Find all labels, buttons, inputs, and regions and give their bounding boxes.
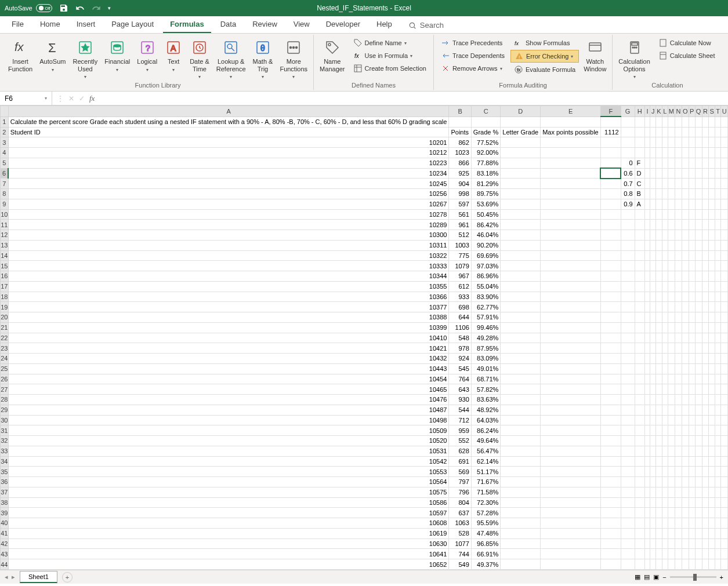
cell-O34[interactable] xyxy=(682,456,689,467)
cell-P41[interactable] xyxy=(689,528,695,538)
cell-D39[interactable] xyxy=(501,508,541,518)
cell-O15[interactable] xyxy=(682,261,689,271)
cell-D1[interactable] xyxy=(501,117,541,127)
cell-H40[interactable] xyxy=(635,518,644,529)
cell-P19[interactable] xyxy=(689,302,695,312)
cell-G11[interactable] xyxy=(621,220,635,230)
cell-A11[interactable]: 10289 xyxy=(8,220,449,230)
cell-Q31[interactable] xyxy=(695,425,702,436)
cell-Q34[interactable] xyxy=(695,456,702,467)
cell-L42[interactable] xyxy=(662,538,668,549)
col-header-Q[interactable]: Q xyxy=(695,106,702,117)
cell-B14[interactable]: 775 xyxy=(449,250,471,261)
row-header-43[interactable]: 43 xyxy=(1,549,9,559)
cell-H23[interactable] xyxy=(635,343,644,354)
row-header-12[interactable]: 12 xyxy=(1,230,9,241)
cell-E42[interactable] xyxy=(541,538,601,549)
row-header-40[interactable]: 40 xyxy=(1,518,9,529)
cell-O29[interactable] xyxy=(682,405,689,415)
cell-N21[interactable] xyxy=(675,322,682,333)
cell-S2[interactable] xyxy=(709,127,715,137)
cell-Q12[interactable] xyxy=(695,230,702,241)
cell-C24[interactable]: 83.09% xyxy=(471,354,501,364)
cell-T17[interactable] xyxy=(715,281,721,292)
cell-T40[interactable] xyxy=(715,518,721,529)
cell-T41[interactable] xyxy=(715,528,721,538)
cell-T2[interactable] xyxy=(715,127,721,137)
cell-E8[interactable] xyxy=(541,189,601,199)
cell-Q2[interactable] xyxy=(695,127,702,137)
cell-T9[interactable] xyxy=(715,199,721,209)
cell-Q14[interactable] xyxy=(695,250,702,261)
cell-E15[interactable] xyxy=(541,261,601,271)
cell-J17[interactable] xyxy=(650,281,656,292)
cell-P17[interactable] xyxy=(689,281,695,292)
cell-S31[interactable] xyxy=(709,425,715,436)
cell-U42[interactable] xyxy=(721,538,728,549)
cell-B3[interactable]: 862 xyxy=(449,137,471,148)
cell-I38[interactable] xyxy=(644,497,650,508)
cell-B4[interactable]: 1023 xyxy=(449,148,471,158)
cell-B31[interactable]: 959 xyxy=(449,425,471,436)
cell-D5[interactable] xyxy=(501,158,541,168)
cell-L32[interactable] xyxy=(662,436,668,446)
cell-L43[interactable] xyxy=(662,549,668,559)
cell-R40[interactable] xyxy=(702,518,708,529)
cell-N12[interactable] xyxy=(675,230,682,241)
row-header-8[interactable]: 8 xyxy=(1,189,9,199)
cell-N18[interactable] xyxy=(675,292,682,302)
cell-D14[interactable] xyxy=(501,250,541,261)
cell-K4[interactable] xyxy=(655,148,662,158)
cell-B21[interactable]: 1106 xyxy=(449,322,471,333)
cell-H39[interactable] xyxy=(635,508,644,518)
cell-A43[interactable]: 10641 xyxy=(8,549,449,559)
trace-dependents-button[interactable]: Trace Dependents xyxy=(437,50,508,61)
cell-P26[interactable] xyxy=(689,374,695,384)
row-header-28[interactable]: 28 xyxy=(1,395,9,405)
cell-Q32[interactable] xyxy=(695,436,702,446)
cell-F13[interactable] xyxy=(600,240,621,250)
cell-S37[interactable] xyxy=(709,487,715,497)
cell-D12[interactable] xyxy=(501,230,541,241)
cell-A10[interactable]: 10278 xyxy=(8,209,449,220)
cell-D10[interactable] xyxy=(501,209,541,220)
cell-F17[interactable] xyxy=(600,281,621,292)
cell-R39[interactable] xyxy=(702,508,708,518)
col-header-O[interactable]: O xyxy=(682,106,689,117)
row-header-36[interactable]: 36 xyxy=(1,477,9,487)
cell-U44[interactable] xyxy=(721,559,728,570)
cell-F37[interactable] xyxy=(600,487,621,497)
row-header-35[interactable]: 35 xyxy=(1,467,9,477)
cell-G7[interactable]: 0.7 xyxy=(621,179,635,189)
cell-F29[interactable] xyxy=(600,405,621,415)
cell-P22[interactable] xyxy=(689,333,695,343)
cell-H22[interactable] xyxy=(635,333,644,343)
logical-button[interactable]: ? Logical▾ xyxy=(135,37,160,74)
calculate-now-button[interactable]: Calculate Now xyxy=(655,37,719,49)
cell-O40[interactable] xyxy=(682,518,689,529)
cell-R32[interactable] xyxy=(702,436,708,446)
cell-D3[interactable] xyxy=(501,137,541,148)
cell-F7[interactable] xyxy=(600,179,621,189)
cell-I33[interactable] xyxy=(644,446,650,456)
cell-B19[interactable]: 698 xyxy=(449,302,471,312)
cell-T1[interactable] xyxy=(715,117,721,127)
cell-S20[interactable] xyxy=(709,312,715,323)
cell-I27[interactable] xyxy=(644,384,650,395)
cell-C43[interactable]: 66.91% xyxy=(471,549,501,559)
cell-A40[interactable]: 10608 xyxy=(8,518,449,529)
cell-A35[interactable]: 10553 xyxy=(8,467,449,477)
cell-C10[interactable]: 50.45% xyxy=(471,209,501,220)
cell-Q25[interactable] xyxy=(695,363,702,374)
cell-S14[interactable] xyxy=(709,250,715,261)
cell-T39[interactable] xyxy=(715,508,721,518)
cell-F20[interactable] xyxy=(600,312,621,323)
cell-D13[interactable] xyxy=(501,240,541,250)
cell-J40[interactable] xyxy=(650,518,656,529)
cell-P16[interactable] xyxy=(689,271,695,282)
cell-D40[interactable] xyxy=(501,518,541,529)
cell-E37[interactable] xyxy=(541,487,601,497)
cell-F36[interactable] xyxy=(600,477,621,487)
cell-A33[interactable]: 10531 xyxy=(8,446,449,456)
cell-K3[interactable] xyxy=(655,137,662,148)
